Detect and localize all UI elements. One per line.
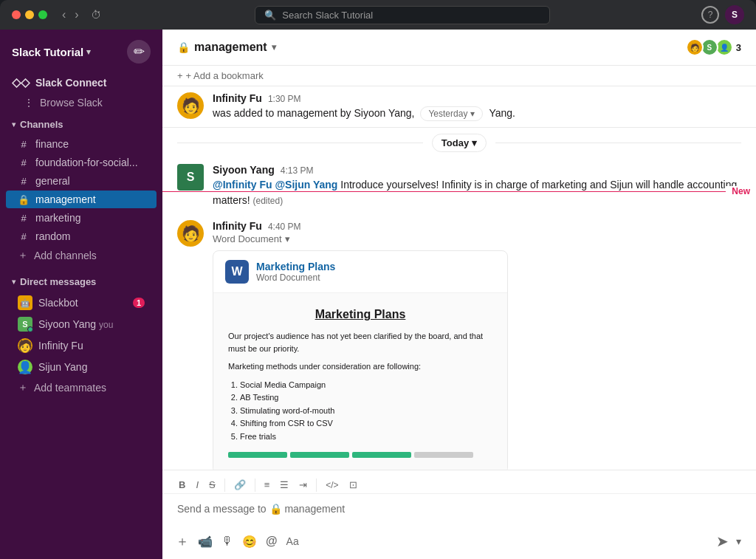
microphone-button[interactable]: 🎙 [220, 533, 235, 549]
forward-button[interactable]: › [72, 8, 81, 21]
sidebar-item-slack-connect[interactable]: ◇◇ Slack Connect [0, 71, 162, 94]
list-item: AB Testing [240, 391, 492, 405]
video-button[interactable]: 📹 [196, 533, 214, 550]
file-label[interactable]: Word Document ▾ [213, 233, 741, 244]
siyoon-message-header: Siyoon Yang 4:13 PM [213, 164, 741, 176]
composer-input[interactable]: Send a message to 🔒 management [162, 494, 756, 524]
search-placeholder: Search Slack Tutorial [282, 10, 373, 21]
dm-item-slackbot[interactable]: 🤖 Slackbot 1 [6, 292, 157, 313]
yesterday-message-header: Infinity Fu 1:30 PM [213, 92, 741, 104]
plus-icon: ＋ [18, 249, 28, 262]
infinity-message-content: Infinity Fu 4:40 PM Word Document ▾ W Ma… [213, 220, 741, 470]
code-button[interactable]: </> [321, 477, 343, 493]
unordered-list-button[interactable]: ☰ [275, 476, 293, 493]
sidebar-item-general[interactable]: # general [6, 172, 157, 190]
bookmark-plus-icon: + [177, 70, 183, 81]
yesterday-dropdown[interactable]: Yesterday ▾ [420, 106, 483, 121]
lock-icon: 🔒 [177, 41, 190, 53]
channels-section: ▾ Channels # finance # foundation-for-so… [0, 112, 162, 269]
attach-button[interactable]: ＋ [174, 531, 190, 552]
slack-connect-label: Slack Connect [35, 77, 106, 89]
sidebar-item-marketing[interactable]: # marketing [6, 209, 157, 227]
hash-icon: # [18, 213, 30, 224]
help-button[interactable]: ? [701, 6, 719, 24]
minimize-button[interactable] [25, 10, 34, 19]
sidebar-item-random[interactable]: # random [6, 227, 157, 245]
sidebar-item-finance[interactable]: # finance [6, 135, 157, 153]
history-button[interactable]: ⏱ [88, 9, 104, 21]
list-item: Shifting from CSR to CSV [240, 417, 492, 431]
yesterday-author: Infinity Fu [213, 92, 262, 104]
compose-button[interactable]: ✏ [127, 40, 151, 64]
bookmark-bar[interactable]: + + Add a bookmark [162, 66, 756, 86]
preview-list: Social Media Campaign AB Testing Stimula… [228, 379, 492, 444]
hash-icon: # [18, 139, 30, 150]
add-teammates-button[interactable]: ＋ Add teammates [6, 378, 157, 397]
format-button[interactable]: Aa [285, 534, 300, 549]
add-channels-button[interactable]: ＋ Add channels [6, 246, 157, 265]
infinity-avatar: 🧑 [18, 338, 32, 353]
preview-title: Marketing Plans [228, 308, 492, 321]
workspace-name[interactable]: Slack Tutorial ▾ [12, 46, 91, 58]
sidebar-item-foundation[interactable]: # foundation-for-social... [6, 154, 157, 171]
traffic-lights [12, 10, 47, 19]
preview-list-header: Marketing methods under consideration ar… [228, 360, 492, 373]
sidebar-item-browse-slack[interactable]: ⋮ Browse Slack [0, 94, 162, 112]
back-button[interactable]: ‹ [59, 8, 69, 21]
composer-placeholder: Send a message to 🔒 management [177, 503, 345, 515]
channel-title[interactable]: 🔒 management ▾ [177, 41, 276, 54]
infinity-author: Infinity Fu [213, 220, 262, 232]
toolbar-separator-2 [255, 479, 255, 492]
list-item: Stimulating word-of-mouth [240, 405, 492, 418]
bar-3 [352, 452, 411, 458]
hash-icon: # [18, 157, 30, 168]
bar-4 [414, 452, 473, 458]
sidebar: Slack Tutorial ▾ ✏ ◇◇ Slack Connect ⋮ Br… [0, 30, 162, 559]
infinity-avatar-msg: 🧑 [177, 92, 204, 119]
bold-button[interactable]: B [174, 476, 190, 493]
dm-item-sijun[interactable]: 👤 Sijun Yang [6, 357, 157, 377]
messages-area[interactable]: 🧑 Infinity Fu 1:30 PM was added to manag… [162, 86, 756, 470]
composer-tools: ＋ 📹 🎙 😊 @ Aa [174, 531, 300, 552]
mention-infinity[interactable]: @Infinity Fu [213, 179, 272, 191]
infinity-avatar-msg2: 🧑 [177, 220, 204, 247]
slackbot-badge: 1 [133, 298, 145, 308]
send-options-button[interactable]: ▾ [733, 532, 744, 550]
member-avatars[interactable]: 🧑 S 👤 3 [689, 38, 741, 56]
composer: B I S 🔗 ≡ ☰ ⇥ </> ⊡ Send a message to 🔒 … [162, 470, 756, 559]
file-preview: Marketing Plans Our project's audience h… [213, 293, 507, 470]
fullscreen-button[interactable] [38, 10, 47, 19]
channels-section-header[interactable]: ▾ Channels [0, 114, 162, 134]
dm-item-infinity[interactable]: 🧑 Infinity Fu [6, 335, 157, 356]
send-button[interactable]: ➤ [713, 529, 732, 553]
edited-label: (edited) [252, 196, 283, 206]
sidebar-item-management[interactable]: 🔒 management [6, 191, 157, 208]
link-button[interactable]: 🔗 [230, 476, 250, 493]
mention-button[interactable]: @ [264, 533, 279, 549]
italic-button[interactable]: I [191, 476, 203, 493]
user-avatar[interactable]: S [725, 5, 744, 24]
strikethrough-button[interactable]: S [205, 476, 220, 493]
indent-button[interactable]: ⇥ [295, 476, 312, 493]
dm-collapse-icon: ▾ [12, 278, 16, 286]
ordered-list-button[interactable]: ≡ [260, 476, 275, 493]
mention-sijun[interactable]: @Sijun Yang [275, 179, 337, 191]
slack-connect-icon: ◇◇ [12, 75, 30, 89]
channels-collapse-icon: ▾ [12, 120, 16, 128]
list-item: Free trials [240, 431, 492, 444]
emoji-button[interactable]: 😊 [241, 533, 258, 550]
channel-actions: 🧑 S 👤 3 [689, 38, 741, 56]
search-bar[interactable]: 🔍 Search Slack Tutorial [255, 6, 550, 24]
member-count: 3 [736, 42, 741, 53]
file-name: Marketing Plans [256, 261, 335, 272]
file-card[interactable]: W Marketing Plans Word Document Marketin… [213, 250, 508, 470]
yesterday-message: 🧑 Infinity Fu 1:30 PM was added to manag… [162, 86, 756, 128]
dm-item-siyoon[interactable]: S Siyoon Yang you [6, 314, 157, 335]
code-block-button[interactable]: ⊡ [345, 476, 362, 493]
close-button[interactable] [12, 10, 21, 19]
send-button-group: ➤ ▾ [713, 529, 744, 553]
dm-section-header[interactable]: ▾ Direct messages [0, 272, 162, 292]
today-button[interactable]: Today ▾ [432, 134, 487, 152]
preview-bars [228, 452, 492, 458]
sidebar-header: Slack Tutorial ▾ ✏ [0, 30, 162, 71]
